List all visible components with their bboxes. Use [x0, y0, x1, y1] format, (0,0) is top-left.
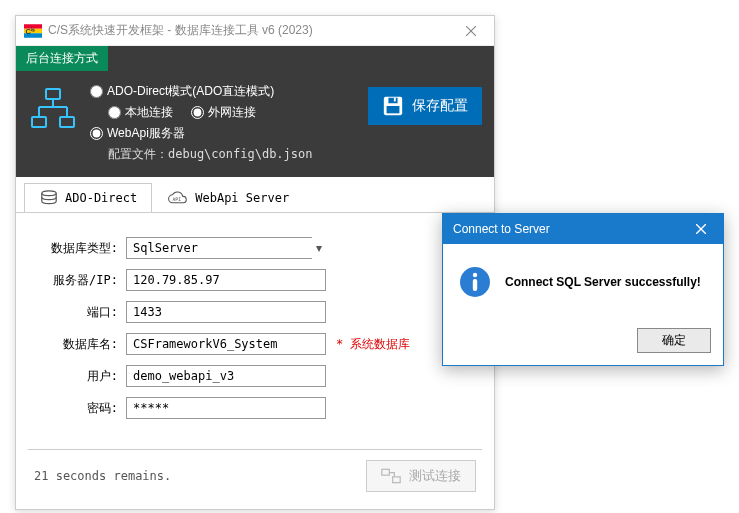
tab-webapi-label: WebApi Server — [195, 191, 289, 205]
api-cloud-icon: API — [167, 191, 189, 205]
tab-webapi[interactable]: API WebApi Server — [152, 183, 304, 212]
svg-point-17 — [42, 191, 56, 196]
radio-external[interactable]: 外网连接 — [191, 104, 256, 121]
window-title: C/S系统快速开发框架 - 数据库连接工具 v6 (2023) — [48, 22, 456, 39]
dbname-note: * 系统数据库 — [336, 336, 410, 353]
main-window: Cⁱˢ C/S系统快速开发框架 - 数据库连接工具 v6 (2023) 后台连接… — [15, 15, 495, 510]
pwd-label: 密码: — [36, 400, 126, 417]
svg-rect-20 — [393, 477, 401, 483]
config-path: debug\config\db.json — [168, 147, 313, 161]
dialog-message: Connect SQL Server successfully! — [505, 275, 701, 289]
save-label: 保存配置 — [412, 97, 468, 115]
panel-header: 后台连接方式 — [16, 46, 108, 71]
tab-ado-label: ADO-Direct — [65, 191, 137, 205]
test-label: 测试连接 — [409, 467, 461, 485]
titlebar: Cⁱˢ C/S系统快速开发框架 - 数据库连接工具 v6 (2023) — [16, 16, 494, 46]
port-label: 端口: — [36, 304, 126, 321]
tab-ado-direct[interactable]: ADO-Direct — [24, 183, 152, 212]
dbname-input[interactable] — [126, 333, 326, 355]
dialog-titlebar: Connect to Server — [443, 214, 723, 244]
svg-rect-14 — [387, 106, 400, 113]
radio-ado-label: ADO-Direct模式(ADO直连模式) — [107, 83, 274, 100]
dialog-close-button[interactable] — [689, 217, 713, 241]
port-input[interactable] — [126, 301, 326, 323]
database-icon — [39, 190, 59, 206]
tabs: ADO-Direct API WebApi Server — [16, 177, 494, 213]
server-input[interactable] — [126, 269, 326, 291]
network-icon — [28, 85, 78, 135]
dialog-ok-button[interactable]: 确定 — [637, 328, 711, 353]
test-icon — [381, 468, 401, 484]
config-label: 配置文件： — [108, 147, 168, 161]
info-icon — [459, 266, 491, 298]
form-area: 数据库类型: ▾ 服务器/IP: 端口: 数据库名: * 系统数据库 用户: 密… — [16, 213, 494, 439]
svg-rect-7 — [32, 117, 46, 127]
svg-rect-16 — [394, 98, 396, 102]
radio-ado-direct[interactable]: ADO-Direct模式(ADO直连模式) — [90, 83, 274, 100]
svg-rect-19 — [382, 469, 390, 475]
svg-rect-25 — [473, 279, 477, 291]
save-icon — [382, 95, 404, 117]
test-connection-button[interactable]: 测试连接 — [366, 460, 476, 492]
chevron-down-icon[interactable]: ▾ — [312, 241, 326, 255]
connection-mode-panel: 后台连接方式 ADO-Direct模式(ADO直连模式) 本地连接 外网连接 — [16, 46, 494, 177]
user-input[interactable] — [126, 365, 326, 387]
db-type-input[interactable] — [126, 237, 312, 259]
radio-external-label: 外网连接 — [208, 104, 256, 121]
dbname-label: 数据库名: — [36, 336, 126, 353]
radio-webapi-label: WebApi服务器 — [107, 125, 185, 142]
app-icon: Cⁱˢ — [24, 24, 42, 38]
config-path-row: 配置文件：debug\config\db.json — [108, 146, 368, 163]
close-icon — [466, 26, 476, 36]
db-type-combo[interactable]: ▾ — [126, 237, 326, 259]
radio-local-label: 本地连接 — [125, 104, 173, 121]
radio-local[interactable]: 本地连接 — [108, 104, 173, 121]
pwd-input[interactable] — [126, 397, 326, 419]
dialog-title: Connect to Server — [453, 222, 550, 236]
svg-text:API: API — [173, 197, 182, 202]
svg-rect-6 — [46, 89, 60, 99]
user-label: 用户: — [36, 368, 126, 385]
server-label: 服务器/IP: — [36, 272, 126, 289]
message-dialog: Connect to Server Connect SQL Server suc… — [442, 213, 724, 366]
svg-rect-8 — [60, 117, 74, 127]
footer: 21 seconds remains. 测试连接 — [28, 449, 482, 502]
radio-webapi[interactable]: WebApi服务器 — [90, 125, 185, 142]
svg-point-24 — [473, 273, 477, 277]
svg-rect-15 — [388, 98, 397, 104]
db-type-label: 数据库类型: — [36, 240, 126, 257]
close-icon — [696, 224, 706, 234]
countdown-text: 21 seconds remains. — [34, 469, 171, 483]
save-config-button[interactable]: 保存配置 — [368, 87, 482, 125]
window-close-button[interactable] — [456, 21, 486, 41]
svg-text:Cⁱˢ: Cⁱˢ — [26, 26, 35, 36]
